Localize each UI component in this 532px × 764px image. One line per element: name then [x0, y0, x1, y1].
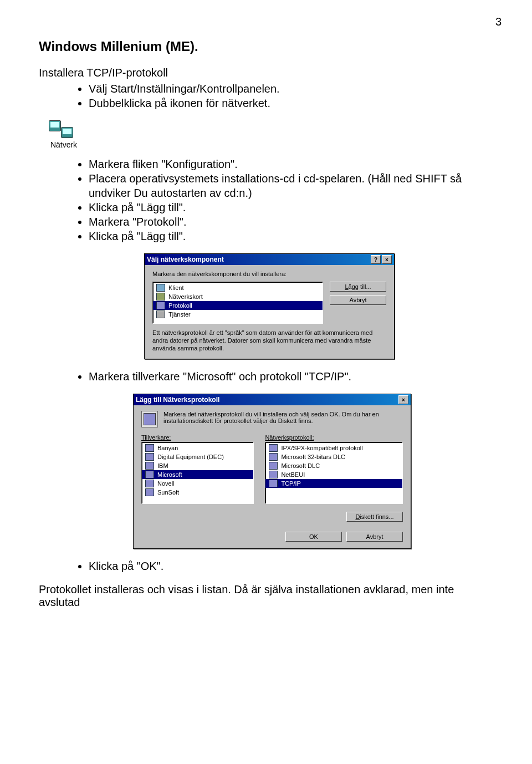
list-item-label: Nätverkskort [168, 293, 203, 300]
cancel-button[interactable]: Avbryt [346, 532, 403, 542]
list-item: Klicka på "Lägg till". [89, 200, 493, 215]
client-icon [156, 284, 165, 292]
list-item-label: Microsoft 32-bitars DLC [281, 454, 345, 460]
dialog-title: Välj nätverkskomponent [147, 256, 224, 263]
list-item: Klicka på "OK". [89, 559, 493, 573]
list-item-label: Protokoll [168, 302, 192, 309]
protocol-icon [269, 471, 278, 478]
list-item-label: Microsoft [157, 471, 182, 478]
protocol-icon [269, 453, 278, 461]
cancel-button[interactable]: Avbryt [330, 295, 386, 305]
network-card-icon [156, 293, 165, 300]
protocol-icon [269, 480, 278, 487]
vendor-icon [145, 444, 154, 452]
dialog-title: Lägg till Nätverksprotokoll [136, 396, 219, 404]
list-item-natverkskort[interactable]: Nätverkskort [153, 292, 323, 301]
network-icon-label: Nätverk [49, 140, 79, 149]
list-item: Markera fliken "Konfiguration". [89, 157, 493, 171]
help-button[interactable]: ? [371, 255, 381, 264]
list-item-label: NetBEUI [281, 471, 305, 478]
vendor-sunsoft[interactable]: SunSoft [142, 488, 253, 497]
protocols-listbox[interactable]: IPX/SPX-kompatibelt protokoll Microsoft … [265, 442, 403, 504]
dialog-prompt: Markera det nätverksprotokoll du vill in… [163, 411, 403, 424]
vendor-icon [145, 480, 154, 487]
protocol-msdlc[interactable]: Microsoft DLC [265, 461, 402, 470]
dialog-prompt: Markera den nätverkskomponent du vill in… [152, 271, 386, 277]
list-item-label: Novell [157, 480, 175, 487]
vendors-listbox[interactable]: Banyan Digital Equipment (DEC) IBM Micro… [141, 442, 254, 504]
vendor-dec[interactable]: Digital Equipment (DEC) [142, 452, 253, 461]
protocol-netbeui[interactable]: NetBEUI [265, 470, 402, 479]
bullet-list: Markera fliken "Konfiguration". Placera … [39, 157, 493, 243]
ok-button[interactable]: OK [285, 532, 342, 542]
subsection-heading: Installera TCP/IP-protokoll [39, 67, 493, 79]
list-item: Markera "Protokoll". [89, 215, 493, 229]
network-icon-block: Nätverk [49, 120, 493, 149]
bullet-list: Markera tillverkare "Microsoft" och prot… [39, 369, 493, 384]
protocols-label: Nätverksprotokoll: [265, 434, 403, 441]
close-button[interactable]: × [398, 395, 408, 404]
vendor-icon [145, 453, 154, 461]
vendor-icon [145, 471, 154, 478]
vendor-icon [145, 462, 154, 470]
close-button[interactable]: × [382, 255, 392, 264]
list-item: Dubbelklicka på ikonen för nätverket. [89, 96, 493, 110]
list-item: Klicka på "Lägg till". [89, 229, 493, 243]
vendor-microsoft[interactable]: Microsoft [142, 470, 253, 479]
protocol-ms32dlc[interactable]: Microsoft 32-bitars DLC [265, 452, 402, 461]
service-icon [156, 310, 165, 318]
protocol-header-icon [141, 411, 158, 427]
list-item-protokoll[interactable]: Protokoll [153, 301, 323, 310]
vendor-ibm[interactable]: IBM [142, 461, 253, 470]
list-item-label: Klient [168, 284, 184, 291]
protocol-icon [269, 462, 278, 470]
dialog-titlebar: Lägg till Nätverksprotokoll × [134, 394, 411, 405]
list-item-label: Microsoft DLC [281, 462, 320, 469]
vendor-icon [145, 488, 154, 496]
list-item-klient[interactable]: Klient [153, 283, 323, 292]
add-button[interactable]: Lägg till... [330, 282, 386, 292]
page-number: 3 [495, 16, 502, 28]
bullet-list: Klicka på "OK". [39, 559, 493, 573]
section-heading: Windows Millenium (ME). [39, 39, 493, 54]
list-item-label: IPX/SPX-kompatibelt protokoll [281, 445, 362, 451]
list-item-label: IBM [157, 462, 168, 469]
disk-button[interactable]: Diskett finns... [346, 512, 403, 522]
list-item-label: Digital Equipment (DEC) [157, 454, 224, 460]
bullet-list: Välj Start/Inställningar/Kontrollpanelen… [39, 82, 493, 110]
vendor-banyan[interactable]: Banyan [142, 444, 253, 452]
vendor-novell[interactable]: Novell [142, 479, 253, 488]
list-item-tjanster[interactable]: Tjänster [153, 310, 323, 319]
dialog-description: Ett nätverksprotokoll är ett "språk" som… [152, 329, 386, 352]
dialog-select-network-component: Välj nätverkskomponent ? × Markera den n… [144, 253, 395, 359]
dialog-titlebar: Välj nätverkskomponent ? × [145, 254, 394, 265]
component-listbox[interactable]: Klient Nätverkskort Protokoll Tjäns [152, 282, 323, 324]
list-item: Markera tillverkare "Microsoft" och prot… [89, 369, 493, 384]
list-item: Placera operativsystemets installations-… [89, 171, 493, 200]
list-item-label: SunSoft [157, 489, 179, 496]
protocol-tcpip[interactable]: TCP/IP [265, 479, 402, 488]
list-item: Välj Start/Inställningar/Kontrollpanelen… [89, 82, 493, 96]
list-item-label: TCP/IP [281, 480, 300, 487]
list-item-label: Tjänster [168, 311, 191, 318]
dialog-add-network-protocol: Lägg till Nätverksprotokoll × Markera de… [133, 394, 411, 549]
protocol-icon [269, 444, 278, 452]
footer-text: Protokollet installeras och visas i list… [39, 583, 493, 609]
vendors-label: Tillverkare: [141, 434, 254, 441]
list-item-label: Banyan [157, 445, 178, 451]
protocol-ipx-spx[interactable]: IPX/SPX-kompatibelt protokoll [265, 444, 402, 452]
protocol-icon [156, 302, 165, 309]
network-icon [49, 120, 73, 139]
